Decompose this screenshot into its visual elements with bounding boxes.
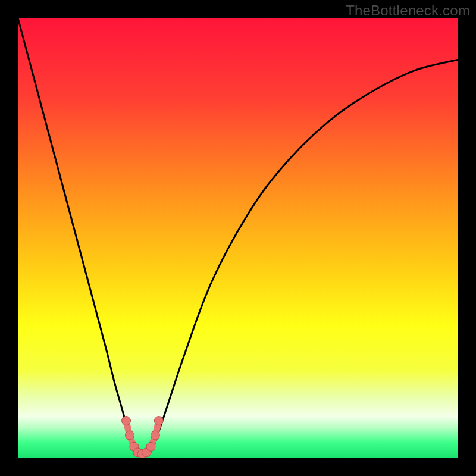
marker-dot	[146, 442, 155, 451]
marker-dot	[122, 416, 131, 425]
marker-dot	[154, 416, 163, 425]
marker-dot	[125, 431, 134, 440]
bottleneck-chart	[18, 18, 458, 458]
stage: TheBottleneck.com	[0, 0, 476, 476]
plot-area	[18, 18, 458, 458]
marker-dot	[151, 431, 159, 440]
gradient-background	[18, 18, 458, 458]
watermark-label: TheBottleneck.com	[346, 2, 470, 19]
